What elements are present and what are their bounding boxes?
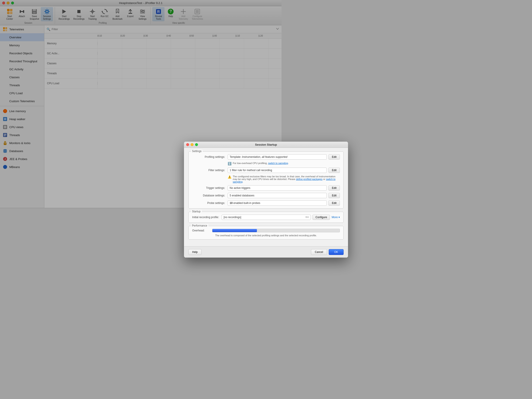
session-startup-dialog: Session Startup Settings Profiling setti… <box>184 142 282 209</box>
profiling-info-text: For low-overhead CPU profiling, switch t… <box>233 162 282 165</box>
profiling-template-value: Instrumentation, all features supported <box>242 155 282 158</box>
dialog-overlay: Session Startup Settings Profiling setti… <box>0 0 282 208</box>
profiling-settings-label: Profiling settings: <box>192 154 228 158</box>
dialog-min-button[interactable] <box>191 143 194 146</box>
dialog-traffic-lights <box>186 143 198 146</box>
settings-section-title: Settings <box>191 150 203 153</box>
info-icon: ℹ️ <box>228 162 231 165</box>
trigger-settings-label: Trigger settings: <box>192 185 228 190</box>
profiling-settings-content: Template: Instrumentation, all features … <box>228 154 282 165</box>
filter-warning-text: The configured exclusive filters may be … <box>233 175 282 183</box>
dialog-body: Settings Profiling settings: Template: I… <box>184 148 282 209</box>
trigger-settings-field: No active triggers <box>228 185 282 191</box>
trigger-settings-content: No active triggers Edit <box>228 185 282 191</box>
filter-settings-inner: 1 filter rule for method call recording … <box>228 168 282 173</box>
database-settings-field: 5 enabled databases <box>228 193 282 198</box>
probe-settings-field: 10 enabled built-in probes <box>228 200 282 206</box>
profiling-settings-inner: Template: Instrumentation, all features … <box>228 154 282 160</box>
probe-settings-row: Probe settings: 10 enabled built-in prob… <box>192 200 282 206</box>
dialog-titlebar: Session Startup <box>184 142 282 148</box>
probe-settings-content: 10 enabled built-in probes Edit <box>228 200 282 206</box>
dialog-close-button[interactable] <box>186 143 189 146</box>
trigger-settings-row: Trigger settings: No active triggers Edi… <box>192 185 282 191</box>
profiling-settings-row: Profiling settings: Template: Instrument… <box>192 154 282 165</box>
trigger-settings-inner: No active triggers Edit <box>228 185 282 191</box>
dialog-title: Session Startup <box>255 143 277 146</box>
filter-settings-label: Filter settings: <box>192 168 228 172</box>
settings-section: Settings Profiling settings: Template: I… <box>188 151 282 209</box>
probe-count: 10 <box>230 202 233 205</box>
probe-settings-label: Probe settings: <box>192 200 228 205</box>
filter-settings-content: 1 filter rule for method call recording … <box>228 168 282 183</box>
dialog-max-button[interactable] <box>195 143 198 146</box>
warning-icon: ⚠️ <box>228 175 231 179</box>
switch-to-sampling-link-1[interactable]: switch to sampling <box>268 162 282 165</box>
profiling-info-row: ℹ️ For low-overhead CPU profiling, switc… <box>228 161 282 165</box>
profiling-settings-field: Template: Instrumentation, all features … <box>228 154 282 160</box>
switch-to-sampling-link-2[interactable]: switch to sampling <box>233 178 282 183</box>
database-settings-label: Database settings: <box>192 193 228 197</box>
database-settings-content: 5 enabled databases Edit <box>228 193 282 198</box>
filter-warning-row: ⚠️ The configured exclusive filters may … <box>228 175 282 183</box>
filter-settings-field: 1 filter rule for method call recording <box>228 168 282 173</box>
database-settings-row: Database settings: 5 enabled databases E… <box>192 193 282 198</box>
probe-settings-inner: 10 enabled built-in probes Edit <box>228 200 282 206</box>
filter-settings-row: Filter settings: 1 filter rule for metho… <box>192 168 282 183</box>
database-settings-inner: 5 enabled databases Edit <box>228 193 282 198</box>
